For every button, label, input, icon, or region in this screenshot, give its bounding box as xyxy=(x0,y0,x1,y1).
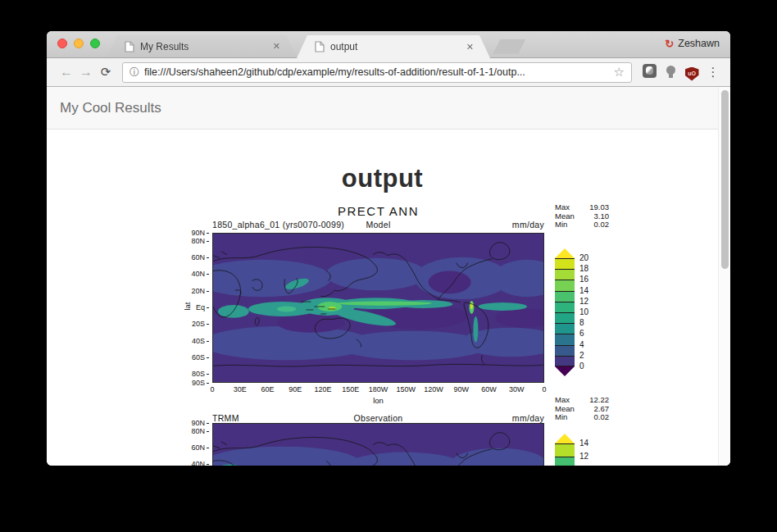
stat-value: 0.02 xyxy=(581,221,609,230)
page-favicon-icon xyxy=(315,41,325,52)
extension-button-2[interactable] xyxy=(660,65,681,80)
colorbar xyxy=(555,248,575,376)
y-tick: 80S xyxy=(189,371,209,378)
ublock-extension-button[interactable]: uO xyxy=(681,64,702,81)
new-tab-button[interactable] xyxy=(493,39,526,53)
world-precipitation-map-model xyxy=(212,233,544,383)
colorbar-tick: 8 xyxy=(579,319,584,327)
refresh-button[interactable]: ⟳ xyxy=(96,65,116,80)
tab-my-results[interactable]: My Results ✕ xyxy=(107,35,297,57)
profile-area[interactable]: ↻ Zeshawn xyxy=(665,38,720,49)
y-tick: 40S xyxy=(189,338,209,345)
y-tick: Eq xyxy=(189,304,209,311)
y-tick: 60S xyxy=(189,354,209,361)
stat-label: Max xyxy=(555,396,581,405)
y-axis-label: lat xyxy=(183,302,192,310)
plot-units-label: mm/day xyxy=(212,220,544,230)
y-tick: 40N xyxy=(189,461,209,466)
window-controls xyxy=(57,39,100,48)
page-info-icon[interactable]: ⓘ xyxy=(130,66,139,80)
colorbar-tick: 12 xyxy=(579,452,588,461)
tab-title: My Results xyxy=(140,41,266,52)
world-precipitation-map-observation xyxy=(212,423,544,466)
close-tab-icon[interactable]: ✕ xyxy=(273,41,280,52)
colorbar-tick: 4 xyxy=(579,341,584,349)
stat-label: Min xyxy=(555,413,581,422)
stat-label: Min xyxy=(555,221,581,230)
colorbar xyxy=(555,434,575,466)
stat-value: 0.02 xyxy=(581,413,609,422)
y-tick: 20S xyxy=(189,321,209,328)
url-text[interactable]: file:///Users/shaheen2/github/cdp/exampl… xyxy=(144,66,609,78)
browser-toolbar: ← → ⟳ ⓘ file:///Users/shaheen2/github/cd… xyxy=(47,58,730,87)
page-favicon-icon xyxy=(125,41,134,52)
y-tick: 90N xyxy=(189,230,209,237)
colorbar-tick: 0 xyxy=(579,362,584,371)
plot-stats: Max19.03 Mean3.10 Min0.02 xyxy=(555,203,609,230)
y-tick: 20N xyxy=(189,288,209,295)
ublock-shield-icon: uO xyxy=(685,67,699,81)
y-tick: 90N xyxy=(189,420,209,427)
colorbar-tick: 14 xyxy=(579,439,588,448)
stat-value: 12.22 xyxy=(581,396,609,405)
site-header: My Cool Results xyxy=(47,87,730,130)
stat-value: 19.03 xyxy=(581,203,609,212)
colorbar-tick: 10 xyxy=(579,308,588,316)
extension-bulb-icon xyxy=(666,66,675,75)
plot-stats: Max12.22 Mean2.67 Min0.02 xyxy=(555,396,609,422)
web-page: My Cool Results output PRECT ANN 1850_al… xyxy=(47,87,730,466)
browser-menu-button[interactable]: ⋮ xyxy=(702,65,724,80)
forward-button[interactable]: → xyxy=(76,65,96,80)
colorbar-tick: 12 xyxy=(579,298,588,306)
y-tick: 60N xyxy=(189,254,209,261)
extension-button-1[interactable] xyxy=(638,64,660,81)
tab-strip: My Results ✕ output ✕ ↻ Zeshawn xyxy=(47,31,730,58)
tab-output[interactable]: output ✕ xyxy=(297,35,490,58)
colorbar-tick: 2 xyxy=(579,352,584,360)
plot-panel-model: PRECT ANN 1850_alpha6_01 (yrs0070-0099) … xyxy=(188,202,630,408)
profile-name: Zeshawn xyxy=(678,38,720,49)
address-bar[interactable]: ⓘ file:///Users/shaheen2/github/cdp/exam… xyxy=(122,62,632,83)
colorbar-tick: 14 xyxy=(579,287,588,295)
menu-dots-icon: ⋮ xyxy=(707,65,720,79)
y-tick: 40N xyxy=(189,271,209,278)
y-tick: 80N xyxy=(189,428,209,435)
page-scrollbar[interactable] xyxy=(718,87,730,466)
minimize-window-button[interactable] xyxy=(74,39,84,48)
stat-label: Max xyxy=(555,203,581,212)
colorbar-tick: 6 xyxy=(579,330,584,338)
sync-error-icon: ↻ xyxy=(665,39,674,49)
tab-title: output xyxy=(330,41,460,52)
site-header-title: My Cool Results xyxy=(60,100,161,116)
zoom-window-button[interactable] xyxy=(90,39,100,48)
colorbar-tick: 20 xyxy=(579,254,588,262)
y-tick: 60N xyxy=(189,444,209,452)
scrollbar-thumb[interactable] xyxy=(721,90,729,269)
plot-title: PRECT ANN xyxy=(212,204,544,218)
page-content: output PRECT ANN 1850_alpha6_01 (yrs0070… xyxy=(47,163,718,466)
back-button[interactable]: ← xyxy=(57,65,76,80)
y-tick: 90S xyxy=(189,380,209,387)
browser-window: My Results ✕ output ✕ ↻ Zeshawn ← → ⟳ ⓘ … xyxy=(47,31,730,466)
close-window-button[interactable] xyxy=(57,39,67,48)
extension-square-icon xyxy=(643,64,657,78)
plot-panel-observation: Max12.22 Mean2.67 Min0.02 TRMM Observati… xyxy=(188,392,630,466)
page-title: output xyxy=(47,163,718,194)
y-tick: 80N xyxy=(189,238,209,245)
bookmark-star-icon[interactable]: ☆ xyxy=(614,65,625,80)
close-tab-icon[interactable]: ✕ xyxy=(466,42,474,52)
plot-units-label: mm/day xyxy=(212,413,544,423)
colorbar-tick: 18 xyxy=(579,265,588,273)
colorbar-tick: 16 xyxy=(579,275,588,284)
